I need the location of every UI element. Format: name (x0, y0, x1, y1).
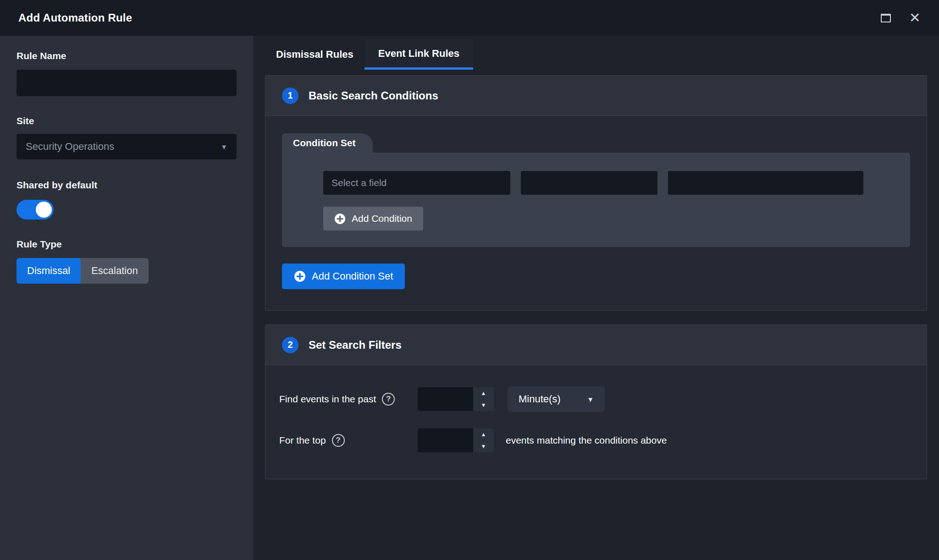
stepper-up-icon[interactable]: ▲ (473, 428, 494, 440)
shared-by-default-toggle[interactable] (17, 200, 54, 220)
top-events-stepper: ▲ ▼ (418, 428, 494, 452)
basic-search-conditions-body: Condition Set Add Condition (265, 116, 927, 310)
condition-row (323, 171, 864, 195)
rule-type-option-dismissal[interactable]: Dismissal (17, 258, 81, 284)
set-search-filters-header: 2 Set Search Filters (265, 325, 927, 365)
top-events-input[interactable] (418, 428, 473, 452)
step-2-badge: 2 (282, 337, 298, 353)
condition-operator-input[interactable] (521, 171, 657, 195)
condition-value-input[interactable] (668, 171, 863, 195)
add-condition-set-label: Add Condition Set (312, 270, 393, 282)
rule-type-segmented-control: Dismissal Escalation (17, 258, 149, 284)
rule-type-label: Rule Type (17, 239, 237, 250)
find-events-label-group: Find events in the past ? (279, 393, 418, 406)
find-events-label: Find events in the past (279, 394, 376, 405)
for-the-top-label-group: For the top ? (279, 434, 418, 447)
site-select-value: Security Operations (26, 141, 114, 153)
set-search-filters-panel: 2 Set Search Filters Find events in the … (265, 324, 927, 479)
for-the-top-label: For the top (279, 435, 326, 446)
stepper-buttons: ▲ ▼ (473, 428, 494, 452)
find-events-row: Find events in the past ? ▲ ▼ Minute(s) (279, 386, 910, 412)
time-unit-select[interactable]: Minute(s) ▼ (508, 386, 605, 412)
basic-search-conditions-panel: 1 Basic Search Conditions Condition Set (265, 75, 927, 311)
chevron-down-icon: ▼ (569, 395, 594, 403)
help-icon[interactable]: ? (382, 393, 395, 406)
dialog-title: Add Automation Rule (18, 11, 132, 24)
chevron-down-icon: ▼ (221, 143, 227, 151)
site-label: Site (17, 115, 237, 126)
rule-name-input[interactable] (17, 70, 237, 96)
titlebar: Add Automation Rule ✕ (0, 0, 939, 36)
set-search-filters-title: Set Search Filters (309, 339, 402, 351)
add-condition-button[interactable]: Add Condition (323, 207, 423, 231)
stepper-up-icon[interactable]: ▲ (473, 387, 494, 399)
add-condition-set-button[interactable]: Add Condition Set (282, 264, 405, 289)
condition-set-tab: Condition Set (282, 133, 373, 153)
stepper-down-icon[interactable]: ▼ (473, 440, 494, 452)
help-icon[interactable]: ? (332, 434, 345, 447)
condition-set-panel: Add Condition (282, 153, 910, 247)
rule-type-option-escalation[interactable]: Escalation (81, 258, 149, 284)
sidebar: Rule Name Site Security Operations ▼ Sha… (0, 36, 253, 560)
rule-tabs: Dismissal Rules Event Link Rules (265, 39, 927, 70)
past-amount-stepper: ▲ ▼ (418, 387, 494, 411)
events-matching-text: events matching the conditions above (506, 435, 667, 446)
shared-by-default-label: Shared by default (17, 180, 237, 191)
add-condition-label: Add Condition (352, 213, 412, 224)
add-automation-rule-dialog: Add Automation Rule ✕ Rule Name Site Sec… (0, 0, 939, 560)
tab-dismissal-rules[interactable]: Dismissal Rules (265, 39, 365, 70)
time-unit-value: Minute(s) (519, 393, 561, 405)
basic-search-conditions-title: Basic Search Conditions (309, 89, 438, 102)
main-content: Dismissal Rules Event Link Rules 1 Basic… (253, 36, 939, 560)
past-amount-input[interactable] (418, 387, 473, 411)
maximize-icon[interactable] (881, 14, 891, 22)
dialog-body: Rule Name Site Security Operations ▼ Sha… (0, 36, 939, 560)
condition-field-select[interactable] (323, 171, 510, 195)
stepper-down-icon[interactable]: ▼ (473, 399, 494, 411)
set-search-filters-body: Find events in the past ? ▲ ▼ Minute(s) (265, 365, 927, 479)
stepper-buttons: ▲ ▼ (473, 387, 494, 411)
plus-circle-icon (294, 270, 306, 282)
window-controls: ✕ (881, 11, 921, 25)
site-select[interactable]: Security Operations ▼ (17, 134, 237, 159)
close-icon[interactable]: ✕ (909, 11, 921, 25)
plus-circle-icon (334, 213, 346, 225)
for-the-top-row: For the top ? ▲ ▼ events matching the co… (279, 428, 910, 452)
tab-event-link-rules[interactable]: Event Link Rules (365, 39, 473, 70)
basic-search-conditions-header: 1 Basic Search Conditions (265, 76, 927, 116)
step-1-badge: 1 (282, 88, 298, 104)
toggle-knob (36, 202, 52, 218)
rule-name-label: Rule Name (17, 50, 237, 61)
